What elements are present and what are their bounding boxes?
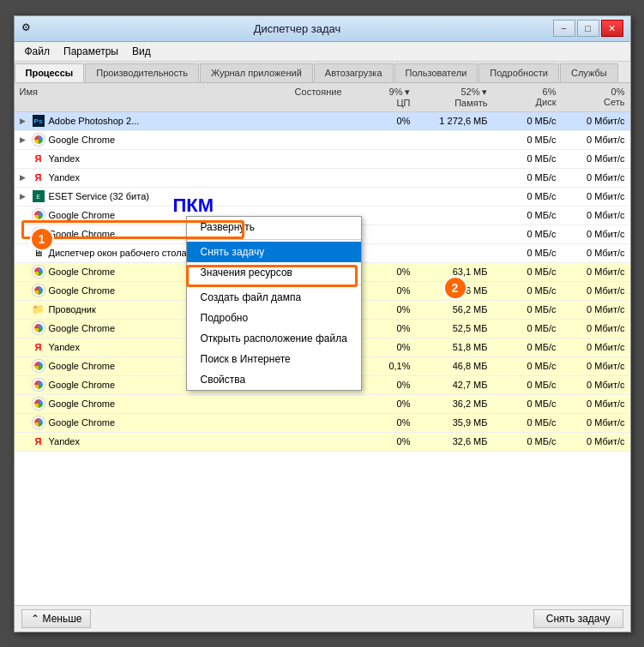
process-name-cell: Google Chrome	[15, 414, 244, 431]
table-row[interactable]: Google Chrome 0% 35,9 МБ 0 МБ/с 0 Мбит/с	[15, 414, 630, 433]
cpu-cell: 0%	[347, 114, 416, 128]
close-button[interactable]: ✕	[601, 20, 623, 37]
status-cell	[244, 195, 347, 198]
context-create-dump[interactable]: Создать файл дампа	[187, 287, 361, 308]
mem-cell	[416, 157, 493, 160]
context-expand[interactable]: Развернуть	[187, 217, 361, 237]
expand-placeholder	[20, 380, 28, 389]
net-cell: 0 Мбит/с	[562, 321, 630, 335]
process-name-label: Диспетчер окон рабочего стола	[49, 248, 187, 258]
table-row[interactable]: ▶ E ESET Service (32 бита) 0 МБ/с 0 Мбит…	[15, 188, 630, 207]
cpu-cell: 0%	[347, 434, 416, 448]
net-cell: 0 Мбит/с	[562, 340, 630, 354]
disk-cell: 0 МБ/с	[493, 189, 562, 203]
chrome-icon	[32, 397, 45, 410]
expand-icon[interactable]: ▶	[20, 135, 28, 144]
net-cell: 0 Мбит/с	[562, 227, 630, 241]
net-cell: 0 Мбит/с	[562, 152, 630, 165]
table-row[interactable]: ▶ Google Chrome 0 МБ/с 0 Мбит/с	[15, 131, 630, 150]
explorer-icon: 📁	[32, 303, 45, 316]
table-row[interactable]: ▶ Я Yandex 0 МБ/с 0 Мбит/с	[15, 169, 630, 188]
net-cell: 0 Мбит/с	[562, 416, 630, 429]
end-task-button[interactable]: Снять задачу	[533, 609, 623, 628]
expand-placeholder	[20, 286, 28, 295]
yandex-icon: Я	[32, 152, 45, 165]
tab-startup[interactable]: Автозагрузка	[314, 63, 394, 82]
process-name-label: Google Chrome	[49, 285, 116, 296]
expand-icon[interactable]: ▶	[20, 192, 28, 201]
tab-apphistory[interactable]: Журнал приложений	[200, 63, 313, 82]
context-details[interactable]: Подробно	[187, 308, 361, 328]
task-manager-window: ⚙ Диспетчер задач − □ ✕ Файл Параметры В…	[14, 15, 631, 632]
context-search-internet[interactable]: Поиск в Интернете	[187, 349, 361, 369]
cpu-cell: 0%	[347, 416, 416, 429]
title-bar: ⚙ Диспетчер задач − □ ✕	[15, 16, 630, 42]
process-name-label: Yandex	[49, 342, 81, 352]
disk-cell: 0 МБ/с	[493, 378, 562, 392]
context-properties[interactable]: Свойства	[187, 369, 361, 390]
table-row[interactable]: Я Yandex 0 МБ/с 0 Мбит/с	[15, 150, 630, 169]
maximize-button[interactable]: □	[577, 20, 599, 37]
process-name-label: Google Chrome	[49, 361, 116, 371]
chrome-icon	[32, 321, 45, 335]
tab-processes[interactable]: Процессы	[15, 63, 85, 82]
net-cell: 0 Мбит/с	[562, 114, 630, 128]
cpu-cell	[347, 138, 416, 141]
process-name-label: Google Chrome	[49, 267, 116, 277]
tab-users[interactable]: Пользователи	[394, 63, 478, 82]
context-open-location[interactable]: Открыть расположение файла	[187, 328, 361, 349]
expand-placeholder	[20, 324, 28, 332]
chrome-icon	[32, 265, 45, 279]
net-cell: 0 Мбит/с	[562, 303, 630, 316]
table-row[interactable]: Google Chrome 0% 36,2 МБ 0 МБ/с 0 Мбит/с	[15, 395, 630, 414]
cpu-cell: 0%	[347, 397, 416, 410]
status-col-header[interactable]: Состояние	[244, 85, 347, 110]
net-col-header: 0% Сеть	[562, 85, 630, 110]
expand-placeholder	[20, 343, 28, 351]
net-cell: 0 Мбит/с	[562, 246, 630, 260]
process-name-label: Google Chrome	[49, 229, 116, 239]
mem-cell: 46,8 МБ	[416, 359, 493, 373]
process-name-label: Google Chrome	[49, 417, 116, 428]
net-cell: 0 Мбит/с	[562, 265, 630, 279]
mem-cell	[416, 232, 493, 236]
table-row[interactable]: Я Yandex 0% 32,6 МБ 0 МБ/с 0 Мбит/с	[15, 433, 630, 452]
process-name-label: Google Chrome	[49, 135, 116, 145]
less-button[interactable]: ⌃ Меньше	[21, 609, 92, 628]
disk-cell: 0 МБ/с	[493, 246, 562, 260]
disk-cell: 0 МБ/с	[493, 397, 562, 410]
disk-cell: 0 МБ/с	[493, 133, 562, 147]
disk-cell: 0 МБ/с	[493, 152, 562, 165]
disk-cell: 0 МБ/с	[493, 284, 562, 297]
window-icon: ⚙	[21, 21, 35, 35]
expand-placeholder	[20, 399, 28, 408]
status-cell	[244, 119, 347, 123]
expand-placeholder	[20, 362, 28, 370]
mem-cell: 1 272,6 МБ	[416, 114, 493, 128]
yandex-icon: Я	[32, 340, 45, 354]
tab-services[interactable]: Службы	[560, 63, 618, 82]
mem-cell: 32,6 МБ	[416, 434, 493, 448]
disk-cell: 0 МБ/с	[493, 208, 562, 222]
tab-details[interactable]: Подробности	[478, 63, 559, 82]
process-name-label: Google Chrome	[49, 380, 116, 390]
cpu-cell	[347, 176, 416, 179]
context-resource-values[interactable]: Значения ресурсов	[187, 262, 361, 283]
tab-performance[interactable]: Производительность	[85, 63, 199, 82]
disk-cell: 0 МБ/с	[493, 321, 562, 335]
chrome-icon	[32, 284, 45, 297]
chevron-up-icon: ⌃	[31, 613, 39, 625]
minimize-button[interactable]: −	[553, 20, 575, 37]
menu-view[interactable]: Вид	[125, 44, 158, 59]
status-cell	[244, 440, 347, 443]
menu-file[interactable]: Файл	[18, 44, 57, 59]
table-row[interactable]: ▶ Ps Adobe Photoshop 2... 0% 1 272,6 МБ …	[15, 112, 630, 131]
expand-placeholder	[20, 305, 28, 314]
expand-icon[interactable]: ▶	[20, 173, 28, 182]
name-col-header[interactable]: Имя	[15, 85, 244, 110]
process-name-label: Yandex	[49, 172, 81, 183]
disk-cell: 0 МБ/с	[493, 227, 562, 241]
context-end-task[interactable]: Снять задачу	[187, 242, 361, 262]
expand-icon[interactable]: ▶	[20, 117, 28, 125]
menu-params[interactable]: Параметры	[57, 44, 125, 59]
